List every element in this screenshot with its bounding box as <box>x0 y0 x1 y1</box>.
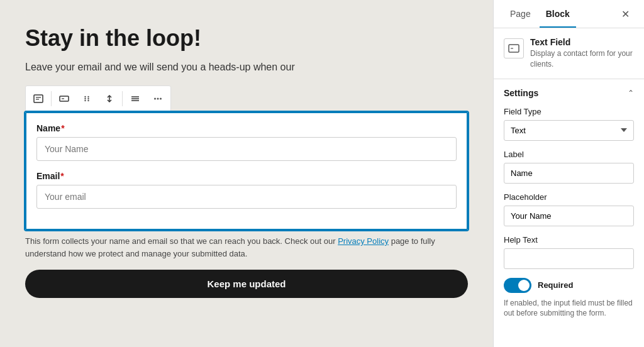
toolbar-form-btn[interactable] <box>27 87 50 110</box>
placeholder-group: Placeholder <box>504 192 634 226</box>
toggle-slider <box>504 278 531 293</box>
label-field-label: Label <box>504 150 634 159</box>
name-field-group: Name* <box>36 123 457 161</box>
svg-point-15 <box>157 98 159 100</box>
form-container: Name* Email* <box>25 112 468 230</box>
svg-point-14 <box>154 98 156 100</box>
svg-point-16 <box>160 98 162 100</box>
name-field-input[interactable] <box>36 137 457 161</box>
toolbar-divider <box>51 91 52 106</box>
svg-point-5 <box>84 96 86 97</box>
toolbar-divider-2 <box>122 91 123 106</box>
block-toolbar <box>25 85 171 112</box>
email-field-input[interactable] <box>36 185 457 209</box>
svg-point-9 <box>84 100 86 101</box>
submit-button[interactable]: Keep me updated <box>25 270 468 298</box>
placeholder-field-label: Placeholder <box>504 192 634 202</box>
block-desc: Display a contact form for your clients. <box>530 48 634 70</box>
help-text-label: Help Text <box>504 235 634 245</box>
toolbar-text-field-btn[interactable] <box>53 87 75 110</box>
svg-point-8 <box>87 98 89 99</box>
placeholder-field-input[interactable] <box>504 206 634 226</box>
toolbar-more-btn[interactable] <box>147 87 169 110</box>
field-type-select[interactable]: Text Email Phone URL Number <box>504 120 634 141</box>
privacy-policy-link[interactable]: Privacy Policy <box>338 236 389 246</box>
field-type-group: Field Type Text Email Phone URL Number <box>504 107 634 141</box>
svg-point-7 <box>84 98 86 99</box>
required-toggle[interactable] <box>504 278 531 293</box>
svg-rect-0 <box>34 95 43 102</box>
settings-section-title: Settings <box>504 88 538 98</box>
label-group: Label <box>504 150 634 184</box>
required-help-text: If enabled, the input field must be fill… <box>504 298 634 319</box>
email-required-star: * <box>60 171 64 181</box>
block-info-text: Text Field Display a contact form for yo… <box>530 37 634 70</box>
tab-block[interactable]: Block <box>540 0 576 28</box>
page-subtitle: Leave your email and we will send you a … <box>25 62 468 73</box>
editor-area: Stay in the loop! Leave your email and w… <box>0 0 493 347</box>
field-type-label: Field Type <box>504 107 634 116</box>
settings-section-header[interactable]: Settings ⌃ <box>504 88 634 98</box>
panel-header: Page Block ✕ <box>494 0 644 28</box>
svg-point-10 <box>87 100 89 101</box>
help-text-input[interactable] <box>504 248 634 269</box>
email-field-label: Email* <box>36 171 457 181</box>
toolbar-arrows-btn[interactable] <box>98 87 121 110</box>
toolbar-drag-btn[interactable] <box>75 87 98 110</box>
page-title: Stay in the loop! <box>25 25 468 52</box>
tab-page[interactable]: Page <box>504 0 537 28</box>
toolbar-align-btn[interactable] <box>124 87 147 110</box>
email-field-group: Email* <box>36 171 457 209</box>
svg-point-6 <box>87 96 89 97</box>
label-field-input[interactable] <box>504 163 634 184</box>
svg-rect-17 <box>509 45 519 52</box>
panel-close-button[interactable]: ✕ <box>616 5 634 23</box>
help-text-group: Help Text <box>504 235 634 269</box>
chevron-up-icon: ⌃ <box>628 89 634 97</box>
block-type-icon <box>504 38 524 58</box>
name-required-star: * <box>61 123 64 133</box>
block-info: Text Field Display a contact form for yo… <box>494 28 644 79</box>
privacy-text: This form collects your name and email s… <box>25 235 468 260</box>
required-toggle-row: Required <box>504 278 634 293</box>
settings-panel: Page Block ✕ Text Field Display a contac… <box>493 0 644 347</box>
settings-section: Settings ⌃ Field Type Text Email Phone U… <box>494 79 644 328</box>
block-name: Text Field <box>530 37 634 47</box>
name-field-label: Name* <box>36 123 457 133</box>
required-label: Required <box>538 280 573 290</box>
